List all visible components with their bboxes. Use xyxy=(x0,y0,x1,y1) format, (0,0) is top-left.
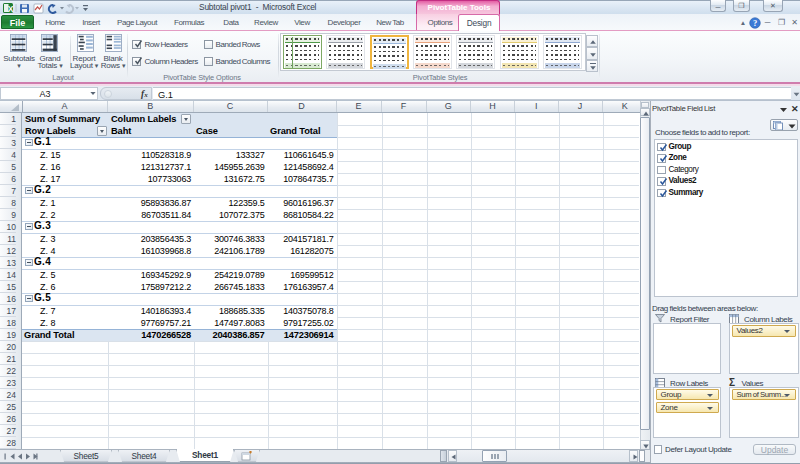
svg-text:X: X xyxy=(8,3,14,13)
svg-text:?: ? xyxy=(753,18,757,28)
